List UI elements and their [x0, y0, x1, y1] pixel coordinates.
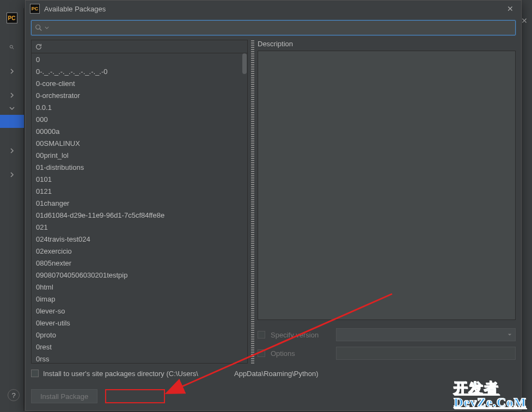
- scrollbar[interactable]: [242, 53, 247, 363]
- chevron-right-icon: [0, 144, 24, 157]
- highlighted-annotation-box: [105, 389, 165, 403]
- specify-version-label: Specify version: [271, 331, 331, 339]
- package-item[interactable]: 0: [32, 53, 242, 65]
- specify-version-row: Specify version: [258, 327, 516, 343]
- package-list[interactable]: 00-._.-._.-._.-._.-._.-._.-00-core-clien…: [32, 53, 242, 363]
- dialog-titlebar: PC Available Packages ✕: [26, 1, 521, 17]
- background-tree: [0, 41, 24, 181]
- close-icon: ✕: [521, 16, 528, 25]
- description-box: [258, 51, 516, 320]
- chevron-right-icon: [0, 89, 24, 102]
- package-item[interactable]: 0rss: [32, 353, 242, 363]
- available-packages-dialog: PC Available Packages ✕ 00-._.-._.-._.-.…: [25, 0, 522, 411]
- options-row: Options: [258, 345, 516, 361]
- package-item[interactable]: 0-orchestrator: [32, 89, 242, 101]
- search-icon: [35, 24, 42, 32]
- options-checkbox[interactable]: [258, 349, 265, 357]
- package-item[interactable]: 00000a: [32, 125, 242, 137]
- package-item[interactable]: 0-._.-._.-._.-._.-._.-._.-0: [32, 65, 242, 77]
- svg-line-1: [13, 48, 14, 50]
- content-row: 00-._.-._.-._.-._.-._.-._.-00-core-clien…: [31, 40, 516, 364]
- package-item[interactable]: 0101: [32, 173, 242, 185]
- chevron-down-icon[interactable]: [45, 26, 49, 30]
- close-button[interactable]: ✕: [504, 2, 517, 15]
- package-item[interactable]: 0imap: [32, 293, 242, 305]
- watermark: 开发者 DevZe.CoM: [454, 382, 527, 409]
- chevron-down-icon: [507, 333, 512, 337]
- package-item[interactable]: 00print_lol: [32, 149, 242, 161]
- package-item[interactable]: 090807040506030201testpip: [32, 269, 242, 281]
- install-package-button[interactable]: Install Package: [31, 389, 97, 403]
- package-item[interactable]: 0-core-client: [32, 77, 242, 89]
- package-item[interactable]: 0rest: [32, 341, 242, 353]
- selected-tree-item: [0, 115, 24, 128]
- footer-row: Install Package: [31, 388, 516, 405]
- package-item[interactable]: 01d61084-d29e-11e9-96d1-7c5cf84ffe8e: [32, 209, 242, 221]
- refresh-icon[interactable]: [35, 43, 42, 51]
- background-sidebar: PC: [0, 8, 24, 411]
- package-item[interactable]: 0lever-utils: [32, 317, 242, 329]
- options-label: Options: [271, 349, 331, 358]
- version-combobox[interactable]: [336, 328, 516, 341]
- pane-divider[interactable]: [251, 40, 254, 364]
- watermark-line2: DevZe.CoM: [454, 396, 527, 409]
- watermark-line1: 开发者: [454, 382, 527, 396]
- pycharm-icon: PC: [30, 4, 40, 14]
- package-item[interactable]: 02exercicio: [32, 245, 242, 257]
- package-item[interactable]: 01changer: [32, 197, 242, 209]
- package-item[interactable]: 0proto: [32, 329, 242, 341]
- search-icon: [0, 41, 24, 54]
- package-item[interactable]: 024travis-test024: [32, 233, 242, 245]
- package-list-pane: 00-._.-._.-._.-._.-._.-._.-00-core-clien…: [31, 40, 248, 364]
- svg-line-3: [40, 29, 42, 31]
- package-item[interactable]: 000: [32, 113, 242, 125]
- package-item[interactable]: 0121: [32, 185, 242, 197]
- install-user-site-checkbox[interactable]: [31, 370, 39, 377]
- dialog-body: 00-._.-._.-._.-._.-._.-._.-00-core-clien…: [26, 17, 521, 410]
- description-pane: Description Specify version Options: [258, 40, 516, 364]
- install-user-site-path: AppData\Roaming\Python): [234, 370, 319, 378]
- chevron-right-icon: [0, 168, 24, 181]
- package-item[interactable]: 00SMALINUX: [32, 137, 242, 149]
- chevron-down-icon: [0, 102, 24, 115]
- install-user-site-row: Install to user's site packages director…: [31, 366, 516, 381]
- package-item[interactable]: 021: [32, 221, 242, 233]
- help-icon: ?: [8, 389, 20, 401]
- pycharm-icon: PC: [7, 13, 17, 23]
- package-item[interactable]: 0lever-so: [32, 305, 242, 317]
- options-input[interactable]: [336, 347, 516, 360]
- dialog-title: Available Packages: [44, 5, 499, 13]
- chevron-right-icon: [0, 65, 24, 78]
- refresh-bar: [32, 40, 247, 53]
- package-item[interactable]: 0805nexter: [32, 257, 242, 269]
- package-item[interactable]: 0html: [32, 281, 242, 293]
- scrollbar-thumb[interactable]: [242, 53, 247, 74]
- svg-point-0: [10, 45, 13, 48]
- specify-version-checkbox[interactable]: [258, 331, 265, 339]
- search-input[interactable]: [51, 24, 512, 32]
- install-user-site-label: Install to user's site packages director…: [43, 370, 198, 378]
- search-field[interactable]: [31, 20, 516, 35]
- package-item[interactable]: 0.0.1: [32, 101, 242, 113]
- package-list-wrapper: 00-._.-._.-._.-._.-._.-._.-00-core-clien…: [32, 53, 247, 363]
- package-item[interactable]: 01-distributions: [32, 161, 242, 173]
- description-label: Description: [258, 40, 516, 51]
- svg-point-2: [36, 25, 40, 29]
